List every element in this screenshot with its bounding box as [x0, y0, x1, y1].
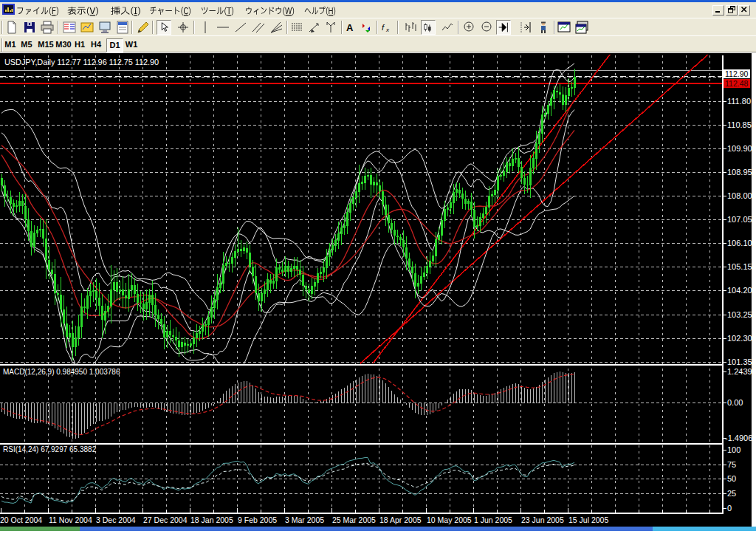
svg-text:106.10: 106.10 [727, 239, 752, 247]
svg-text:x: x [385, 27, 390, 33]
svg-text:112.90: 112.90 [725, 69, 748, 78]
svg-text:109.90: 109.90 [727, 144, 752, 153]
svg-text:11 Nov 2004: 11 Nov 2004 [49, 516, 92, 524]
svg-text:MACD(12,26,9) 0.984950 1.003: MACD(12,26,9) 0.984950 1.003786 [3, 368, 120, 376]
svg-text:75: 75 [727, 460, 736, 469]
svg-text:25: 25 [727, 489, 736, 498]
svg-text:0: 0 [727, 504, 732, 513]
svg-text:3 Dec 2004: 3 Dec 2004 [96, 516, 136, 524]
svg-text:1 Jun 2005: 1 Jun 2005 [474, 516, 512, 524]
svg-text:108.00: 108.00 [727, 191, 752, 200]
svg-text:0.00: 0.00 [727, 398, 743, 407]
svg-text:18 Apr 2005: 18 Apr 2005 [379, 516, 422, 524]
svg-text:23 Jun 2005: 23 Jun 2005 [521, 516, 564, 524]
svg-text:3 Mar 2005: 3 Mar 2005 [285, 516, 324, 524]
svg-text:9 Feb 2005: 9 Feb 2005 [238, 516, 277, 524]
svg-text:102.30: 102.30 [727, 334, 752, 343]
svg-text:25 Mar 2005: 25 Mar 2005 [332, 516, 376, 524]
svg-text:112.48: 112.48 [725, 79, 748, 88]
svg-text:1.24398: 1.24398 [727, 367, 756, 376]
svg-text:105.15: 105.15 [727, 262, 752, 271]
svg-text:100: 100 [727, 445, 740, 454]
svg-text:111.80: 111.80 [727, 97, 751, 106]
svg-text:18 Jan 2005: 18 Jan 2005 [190, 516, 233, 524]
svg-text:A: A [346, 22, 354, 33]
svg-text:104.20: 104.20 [727, 286, 752, 295]
svg-text:107.05: 107.05 [727, 215, 752, 224]
svg-text:108.95: 108.95 [727, 168, 752, 177]
svg-text:f: f [382, 23, 385, 32]
svg-text:10 May 2005: 10 May 2005 [427, 516, 472, 524]
svg-text:110.85: 110.85 [727, 120, 752, 129]
svg-text:RSI(14,24) 67.9297 65.3882: RSI(14,24) 67.9297 65.3882 [3, 445, 97, 453]
svg-text:101.35: 101.35 [727, 357, 752, 366]
svg-text:103.25: 103.25 [727, 310, 752, 319]
svg-text:USDJPY,Daily 112.77 112.96 11: USDJPY,Daily 112.77 112.96 112.75 112.90 [4, 58, 159, 66]
svg-text:20 Oct 2004: 20 Oct 2004 [0, 516, 42, 524]
svg-text:50: 50 [727, 474, 736, 483]
svg-text:-1.49069: -1.49069 [725, 434, 756, 442]
svg-text:15 Jul 2005: 15 Jul 2005 [568, 516, 608, 524]
svg-text:27 Dec 2004: 27 Dec 2004 [143, 516, 188, 524]
